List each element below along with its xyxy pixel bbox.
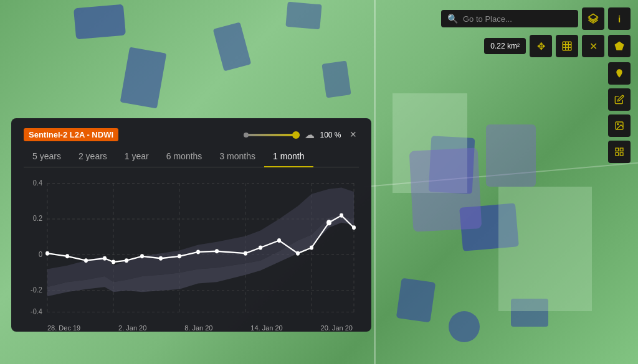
svg-point-46 (296, 251, 300, 256)
svg-text:-0.2: -0.2 (31, 286, 42, 295)
svg-point-42 (215, 249, 219, 253)
panel-title: Sentinel-2 L2A - NDWI (24, 128, 118, 141)
tab-3months[interactable]: 3 months (211, 149, 264, 167)
search-box[interactable]: 🔍 Go to Place... (441, 10, 578, 27)
location-button[interactable] (608, 62, 631, 85)
image-button[interactable] (608, 114, 631, 137)
svg-point-39 (159, 256, 163, 261)
x-label-3: 8. Jan 20 (184, 324, 212, 332)
svg-point-50 (352, 225, 356, 230)
chart-button[interactable] (556, 35, 578, 57)
svg-point-36 (112, 260, 115, 264)
panel-header: Sentinel-2 L2A - NDWI ☁ 100 % × (24, 128, 359, 141)
svg-point-47 (310, 246, 313, 250)
info-button[interactable]: i (608, 7, 631, 30)
chart-area: 0.4 0.2 0 -0.2 -0.4 (24, 176, 359, 319)
svg-point-41 (196, 250, 200, 254)
svg-rect-13 (620, 152, 623, 156)
svg-rect-10 (616, 148, 619, 151)
grid-button[interactable] (608, 141, 631, 163)
svg-text:0: 0 (39, 250, 42, 259)
svg-point-45 (277, 238, 281, 243)
svg-text:0.2: 0.2 (33, 214, 42, 223)
layers-button[interactable] (582, 7, 604, 30)
svg-point-34 (84, 258, 88, 263)
svg-point-37 (125, 258, 128, 263)
svg-point-33 (65, 254, 69, 258)
x-label-5: 20. Jan 20 (321, 324, 353, 332)
slider-thumb[interactable] (292, 131, 300, 139)
info-icon: i (618, 14, 621, 24)
chart-panel: Sentinel-2 L2A - NDWI ☁ 100 % × 5 years … (11, 118, 371, 332)
edit-button[interactable] (608, 88, 631, 111)
opacity-label: 100 % (320, 131, 341, 139)
tab-2years[interactable]: 2 years (70, 149, 116, 167)
svg-point-40 (178, 254, 181, 258)
x-label-4: 14. Jan 20 (250, 324, 282, 332)
time-tabs: 5 years 2 years 1 year 6 months 3 months… (24, 149, 359, 167)
tab-1month[interactable]: 1 month (264, 149, 313, 167)
opacity-slider-container: ☁ 100 % (244, 129, 341, 141)
search-input[interactable]: Go to Place... (463, 14, 572, 24)
x-axis-labels: 28. Dec 19 2. Jan 20 8. Jan 20 14. Jan 2… (24, 324, 359, 332)
panel-close-button[interactable]: × (347, 128, 359, 141)
svg-point-48 (326, 220, 331, 225)
x-label-1: 28. Dec 19 (47, 324, 80, 332)
close-area-button[interactable]: ✕ (582, 35, 604, 57)
panel-controls: ☁ 100 % × (244, 128, 359, 141)
chart-svg: 0.4 0.2 0 -0.2 -0.4 (24, 176, 359, 319)
svg-point-43 (244, 251, 247, 256)
second-toolbar: 0.22 km² ✥ ✕ (484, 35, 631, 57)
svg-marker-6 (615, 42, 624, 50)
svg-rect-11 (620, 148, 623, 151)
top-toolbar: 🔍 Go to Place... i (441, 7, 631, 30)
tab-6months[interactable]: 6 months (158, 149, 211, 167)
cloud-icon: ☁ (305, 129, 315, 141)
tab-1year[interactable]: 1 year (116, 149, 158, 167)
svg-point-9 (617, 124, 619, 125)
svg-text:-0.4: -0.4 (31, 307, 42, 316)
svg-rect-12 (616, 152, 619, 156)
close-area-icon: ✕ (589, 40, 598, 52)
right-sidebar (608, 62, 631, 163)
svg-point-44 (259, 246, 262, 250)
opacity-slider-track[interactable] (244, 134, 300, 136)
svg-point-35 (103, 256, 107, 261)
move-button[interactable]: ✥ (530, 35, 552, 57)
polygon-button[interactable] (608, 35, 631, 57)
svg-point-32 (45, 251, 49, 256)
svg-rect-1 (563, 42, 571, 50)
svg-point-38 (140, 254, 144, 258)
search-icon: 🔍 (447, 14, 458, 24)
slider-min-dot (244, 133, 249, 138)
svg-point-49 (340, 213, 343, 218)
move-icon: ✥ (537, 40, 545, 52)
x-label-2: 2. Jan 20 (118, 324, 146, 332)
area-badge: 0.22 km² (484, 38, 526, 54)
tab-5years[interactable]: 5 years (24, 149, 70, 167)
svg-text:0.4: 0.4 (33, 178, 43, 187)
